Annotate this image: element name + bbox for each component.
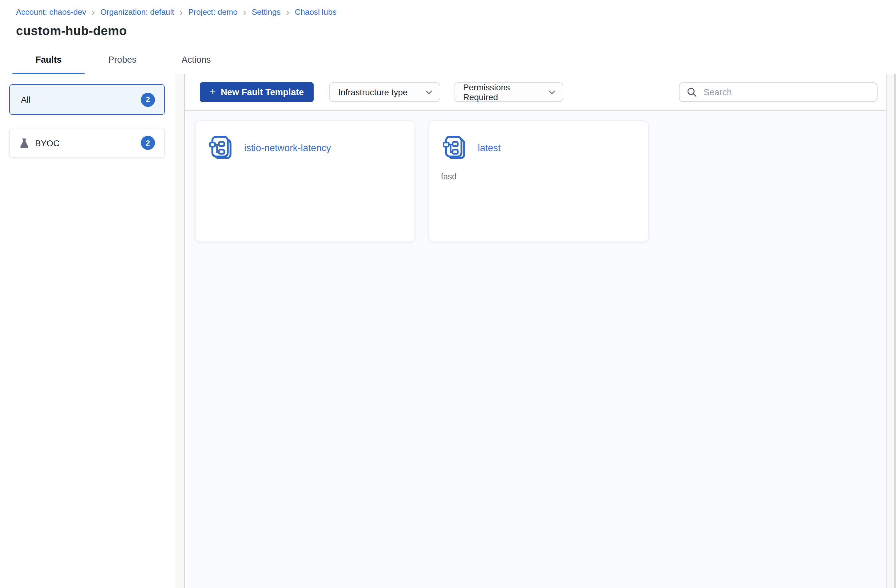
scrollbar-thumb[interactable] xyxy=(894,74,896,588)
search-box xyxy=(679,82,878,102)
fault-template-card[interactable]: istio-network-latency xyxy=(195,120,415,242)
tab-probes[interactable]: Probes xyxy=(85,44,159,75)
tab-faults[interactable]: Faults xyxy=(12,44,85,75)
fault-category-sidebar: All 2 BYOC 2 xyxy=(0,74,175,588)
sidebar-scrollbar[interactable] xyxy=(175,74,185,588)
dropdown-label: Permissions Required xyxy=(463,82,542,102)
breadcrumb-project-link[interactable]: Project: demo xyxy=(188,8,238,17)
sidebar-item-label: BYOC xyxy=(35,138,59,148)
fault-templates-grid: istio-network-latency xyxy=(185,111,886,588)
infrastructure-type-dropdown[interactable]: Infrastructure type xyxy=(329,82,440,102)
breadcrumb-organization-link[interactable]: Organization: default xyxy=(100,8,174,17)
chevron-down-icon xyxy=(549,90,555,94)
chevron-right-icon: › xyxy=(243,8,246,16)
fault-template-stack-icon xyxy=(442,135,469,161)
fault-template-description: fasd xyxy=(441,172,457,181)
chaoshub-page: Account: chaos-dev › Organization: defau… xyxy=(0,0,896,588)
flask-icon xyxy=(20,137,29,148)
breadcrumb-chaoshubs-link[interactable]: ChaosHubs xyxy=(295,8,337,17)
permissions-required-dropdown[interactable]: Permissions Required xyxy=(454,82,563,102)
chevron-right-icon: › xyxy=(180,8,183,16)
breadcrumb: Account: chaos-dev › Organization: defau… xyxy=(16,8,337,17)
faults-toolbar: + New Fault Template Infrastructure type… xyxy=(185,74,886,111)
new-fault-template-button[interactable]: + New Fault Template xyxy=(200,82,314,102)
fault-template-title-link[interactable]: istio-network-latency xyxy=(244,142,331,153)
chevron-right-icon: › xyxy=(286,8,290,16)
search-input[interactable] xyxy=(702,87,870,98)
fault-template-stack-icon xyxy=(209,135,235,161)
fault-template-card[interactable]: latest fasd xyxy=(429,120,649,242)
tab-actions[interactable]: Actions xyxy=(159,44,233,75)
count-badge: 2 xyxy=(141,93,155,106)
breadcrumb-account-link[interactable]: Account: chaos-dev xyxy=(16,8,86,17)
chevron-down-icon xyxy=(425,90,432,94)
sidebar-item-byoc[interactable]: BYOC 2 xyxy=(9,128,165,158)
search-icon xyxy=(687,87,697,97)
content-scrollbar xyxy=(886,74,896,588)
new-fault-template-label: New Fault Template xyxy=(221,87,304,97)
fault-template-title-link[interactable]: latest xyxy=(478,142,501,153)
sidebar-item-all[interactable]: All 2 xyxy=(9,84,165,115)
sidebar-item-label: All xyxy=(21,95,30,105)
chevron-right-icon: › xyxy=(91,8,95,16)
tab-bar: Faults Probes Actions xyxy=(0,44,896,76)
dropdown-label: Infrastructure type xyxy=(338,87,408,97)
plus-icon: + xyxy=(210,87,216,97)
count-badge: 2 xyxy=(141,136,155,150)
page-title: custom-hub-demo xyxy=(16,23,127,38)
faults-panel: + New Fault Template Infrastructure type… xyxy=(185,74,886,588)
breadcrumb-settings-link[interactable]: Settings xyxy=(252,8,281,17)
